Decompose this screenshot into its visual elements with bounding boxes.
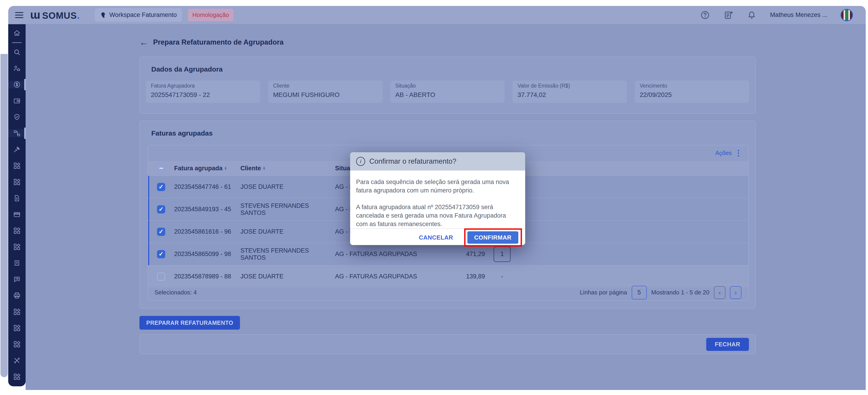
dollar-icon (13, 81, 21, 88)
pagination-prev-button[interactable]: ‹ (714, 286, 725, 299)
dialog-title: Confirmar o refaturamento? (369, 157, 456, 165)
sidebar-item-module-8[interactable] (8, 373, 26, 381)
sidebar-item-wallet[interactable] (8, 97, 26, 105)
cell-seq: - (501, 273, 503, 280)
avatar[interactable] (841, 9, 853, 21)
sort-icon: ▴▾ (263, 166, 265, 170)
sidebar-item-module-2[interactable] (8, 178, 26, 186)
sidebar-item-clients[interactable] (8, 64, 26, 72)
rows-per-page-select[interactable]: 5 (632, 286, 647, 299)
cell-cliente: STEVENS FERNANDES SANTOS (241, 247, 335, 261)
grid-icon (13, 324, 21, 332)
note-add-icon[interactable] (723, 10, 734, 20)
user-menu[interactable]: Matheus Menezes ... (770, 11, 827, 19)
sidebar-item-structure[interactable] (8, 129, 26, 137)
sidebar-item-tools[interactable] (8, 357, 26, 364)
agrupadora-data-card: Dados da Agrupadora Fatura Agrupadora 20… (140, 57, 756, 114)
sequence-input[interactable]: 1 (494, 246, 510, 262)
top-bar: ɯ somus . Workspace Faturamento Homologa… (8, 6, 866, 24)
agrupadora-card-title: Dados da Agrupadora (151, 65, 223, 73)
page-header: ← Prepara Refaturamento de Agrupadora (140, 38, 284, 47)
back-arrow-icon[interactable]: ← (140, 38, 148, 47)
notifications-bell-icon[interactable] (747, 10, 757, 20)
sidebar-item-module-4[interactable] (8, 243, 26, 251)
workspace-badge[interactable]: Workspace Faturamento (95, 8, 182, 22)
rows-per-page-label: Linhas por página (580, 289, 627, 296)
bottom-action-bar: FECHAR (140, 334, 756, 354)
grid-icon (13, 243, 21, 251)
field-value: 22/09/2025 (640, 91, 744, 98)
grid-icon (13, 373, 21, 381)
sidebar-item-module-5[interactable] (8, 308, 26, 316)
field-vencimento: Vencimento 22/09/2025 (635, 81, 749, 103)
wallet-icon (13, 97, 21, 105)
field-cliente: Cliente MEGUMI FUSHIGURO (268, 81, 382, 103)
field-situacao: Situação AB - ABERTO (390, 81, 505, 103)
cell-fatura: 2023545878989 - 88 (174, 273, 241, 280)
logo-dot: . (77, 9, 80, 21)
app-root: ɯ somus . Workspace Faturamento Homologa… (0, 0, 868, 395)
sidebar-item-module-7[interactable] (8, 340, 26, 348)
actions-label: Ações (715, 150, 732, 157)
info-icon: i (356, 157, 365, 166)
selected-count: Selecionados: 4 (154, 289, 197, 296)
grid-icon (13, 340, 21, 348)
field-label: Vencimento (640, 83, 744, 89)
table-actions-button[interactable]: Ações ⋮ (715, 149, 742, 157)
hamburger-menu-icon[interactable] (15, 12, 23, 18)
sidebar-item-invoices[interactable] (8, 194, 26, 202)
sidebar-item-home[interactable] (8, 29, 26, 37)
sidebar-item-search[interactable] (8, 48, 26, 56)
field-value: 37.774,02 (518, 91, 622, 98)
table-footer: Selecionados: 4 Linhas por página 5 Most… (148, 284, 748, 300)
sidebar-item-receipts[interactable] (8, 259, 26, 267)
cell-valor: 139,89 (446, 273, 485, 280)
dialog-paragraph: A fatura agrupadora atual nº 20255471730… (356, 203, 519, 229)
confirm-button[interactable]: CONFIRMAR (467, 231, 518, 244)
cell-cliente: JOSE DUARTE (241, 228, 335, 235)
sidebar-item-printing[interactable] (8, 292, 26, 299)
sidebar-item-security[interactable] (8, 113, 26, 121)
field-label: Valor de Emissão (R$) (518, 83, 622, 89)
collapsed-drawer-edge (0, 54, 8, 377)
shield-icon (13, 113, 21, 121)
row-checkbox[interactable] (157, 228, 165, 236)
field-value: AB - ABERTO (395, 91, 500, 98)
row-checkbox[interactable] (157, 250, 165, 258)
cell-cliente: JOSE DUARTE (241, 273, 335, 280)
row-checkbox[interactable] (157, 205, 165, 213)
column-header-fatura[interactable]: Fatura agrupada ▴▾ (174, 165, 241, 172)
row-checkbox[interactable] (157, 183, 165, 191)
select-all-checkbox[interactable] (157, 164, 165, 172)
cell-situacao: AG - FATURAS AGRUPADAS (335, 273, 446, 280)
search-icon (13, 48, 21, 56)
sidebar-item-cards[interactable] (8, 211, 26, 218)
cell-cliente: JOSE DUARTE (241, 183, 335, 190)
field-fatura-agrupadora: Fatura Agrupadora 2025547173059 - 22 (146, 81, 260, 103)
field-value: 2025547173059 - 22 (151, 91, 255, 98)
prepare-refaturamento-button[interactable]: PREPARAR REFATURAMENTO (140, 316, 240, 330)
gavel-icon (13, 146, 21, 153)
field-label: Situação (395, 83, 500, 89)
close-button[interactable]: FECHAR (706, 338, 749, 351)
sidebar-item-legal[interactable] (8, 146, 26, 153)
sidebar-item-module-6[interactable] (8, 324, 26, 332)
dialog-header: i Confirmar o refaturamento? (350, 152, 525, 171)
sidebar-item-module-1[interactable] (8, 162, 26, 170)
row-checkbox[interactable] (157, 272, 165, 281)
cell-valor: 471,29 (446, 250, 485, 257)
invoice-icon (13, 194, 21, 202)
help-icon[interactable] (700, 10, 710, 20)
sidebar-item-billing[interactable] (8, 81, 26, 88)
column-header-cliente[interactable]: Cliente ▴▾ (241, 165, 335, 172)
sidebar-divider (12, 42, 22, 43)
field-label: Cliente (273, 83, 377, 89)
pagination-next-button[interactable]: › (730, 286, 741, 299)
showing-range: Mostrando 1 - 5 de 20 (651, 289, 709, 296)
cell-fatura: 2023545865099 - 98 (174, 250, 241, 257)
cancel-button[interactable]: CANCELAR (417, 234, 455, 241)
sidebar-item-module-3[interactable] (8, 227, 26, 235)
dialog-paragraph: Para cada sequência de seleção será gera… (356, 178, 519, 195)
chat-icon (13, 275, 21, 283)
sidebar-item-messages[interactable] (8, 275, 26, 283)
